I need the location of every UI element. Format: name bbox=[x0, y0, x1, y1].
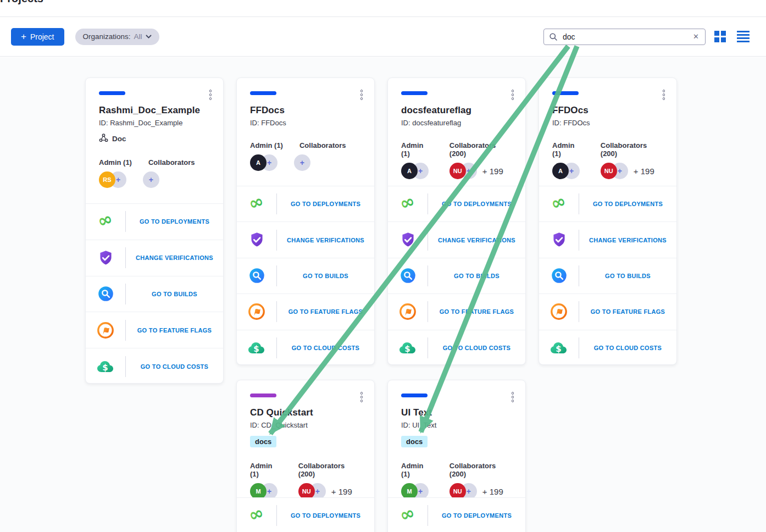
avatar[interactable]: NU bbox=[298, 483, 315, 497]
plus-icon: + bbox=[21, 32, 26, 41]
collaborator-avatars: NU++ 199 bbox=[449, 163, 512, 179]
accent-bar bbox=[250, 91, 276, 95]
avatar[interactable]: A bbox=[250, 154, 267, 171]
verifications-icon bbox=[539, 231, 579, 249]
collaborators-column: Collaborators+ bbox=[148, 158, 195, 188]
go-to-feature-flags-link[interactable]: GO TO FEATURE FLAGS bbox=[277, 308, 374, 315]
go-to-cloud-costs-link[interactable]: GO TO CLOUD COSTS bbox=[126, 363, 223, 370]
project-title: UI Text bbox=[401, 407, 512, 418]
organizations-filter-dropdown[interactable]: Organizations: All bbox=[75, 29, 159, 45]
new-project-button[interactable]: + Project bbox=[11, 28, 64, 46]
avatar[interactable]: A bbox=[401, 163, 418, 179]
change-verifications-link[interactable]: CHANGE VERIFICATIONS bbox=[579, 237, 676, 243]
accent-bar bbox=[401, 394, 428, 397]
go-to-deployments-link[interactable]: GO TO DEPLOYMENTS bbox=[277, 201, 374, 207]
avatar[interactable]: NU bbox=[449, 483, 466, 497]
page-title: Projects bbox=[0, 0, 766, 5]
builds-icon bbox=[388, 267, 428, 285]
change-verifications-link[interactable]: CHANGE VERIFICATIONS bbox=[428, 237, 525, 243]
go-to-builds-link[interactable]: GO TO BUILDS bbox=[126, 291, 223, 297]
project-id: ID: UI_Text bbox=[401, 421, 512, 429]
change-verifications-link[interactable]: CHANGE VERIFICATIONS bbox=[277, 237, 374, 243]
accent-bar bbox=[99, 91, 125, 95]
collaborators-label: Collaborators (200) bbox=[298, 462, 361, 478]
project-tags: docs bbox=[250, 436, 361, 447]
collaborator-avatars: + bbox=[148, 171, 195, 188]
search-input[interactable] bbox=[562, 32, 688, 42]
verifications-icon bbox=[237, 231, 276, 249]
project-title: FFDOcs bbox=[552, 105, 663, 116]
admin-column: Admin (1)A+ bbox=[401, 141, 433, 179]
go-to-feature-flags-link[interactable]: GO TO FEATURE FLAGS bbox=[428, 308, 525, 315]
kebab-menu-icon[interactable] bbox=[510, 88, 516, 102]
avatar[interactable]: M bbox=[250, 483, 267, 497]
admin-column: Admin (1)M+ bbox=[250, 462, 282, 497]
project-card[interactable]: CD QuickstartID: CD_QuickstartdocsAdmin … bbox=[236, 380, 375, 532]
avatar[interactable]: NU bbox=[601, 163, 617, 179]
avatar[interactable]: NU bbox=[449, 163, 466, 179]
kebab-menu-icon[interactable] bbox=[661, 88, 667, 102]
project-id: ID: FFDocs bbox=[250, 119, 361, 127]
project-card-header: CD QuickstartID: CD_QuickstartdocsAdmin … bbox=[237, 380, 374, 497]
svg-text:∞: ∞ bbox=[247, 194, 267, 214]
collaborators-label: Collaborators bbox=[148, 158, 195, 167]
go-to-feature-flags-link[interactable]: GO TO FEATURE FLAGS bbox=[126, 327, 223, 334]
go-to-cloud-costs-link[interactable]: GO TO CLOUD COSTS bbox=[277, 345, 374, 351]
project-card[interactable]: FFDOcsID: FFDOcsAdmin (1)A+Collaborators… bbox=[539, 77, 677, 365]
add-member-button[interactable]: + bbox=[294, 154, 310, 171]
go-to-builds-link[interactable]: GO TO BUILDS bbox=[428, 273, 525, 279]
project-card[interactable]: UI TextID: UI_TextdocsAdmin (1)M+Collabo… bbox=[387, 380, 526, 532]
admin-column: Admin (1)M+ bbox=[401, 462, 433, 497]
go-to-cloud-costs-link[interactable]: GO TO CLOUD COSTS bbox=[428, 345, 525, 351]
cloud-costs-icon: $ bbox=[388, 338, 428, 358]
add-member-button[interactable]: + bbox=[143, 171, 159, 188]
avatar[interactable]: A bbox=[552, 163, 569, 179]
go-to-deployments-link[interactable]: GO TO DEPLOYMENTS bbox=[428, 512, 525, 519]
go-to-builds-link[interactable]: GO TO BUILDS bbox=[579, 273, 676, 279]
deployments-icon: ∞ bbox=[388, 506, 428, 525]
go-to-deployments-link[interactable]: GO TO DEPLOYMENTS bbox=[126, 218, 223, 225]
svg-text:$: $ bbox=[253, 343, 259, 353]
feature-flags-icon bbox=[388, 302, 428, 321]
verifications-icon bbox=[86, 249, 125, 267]
go-to-feature-flags-link[interactable]: GO TO FEATURE FLAGS bbox=[579, 308, 676, 315]
svg-text:∞: ∞ bbox=[96, 212, 115, 231]
change-verifications-link[interactable]: CHANGE VERIFICATIONS bbox=[126, 254, 223, 261]
list-view-icon[interactable] bbox=[737, 31, 750, 43]
project-card[interactable]: Rashmi_Doc_ExampleID: Rashmi_Doc_Example… bbox=[85, 77, 224, 384]
avatar[interactable]: M bbox=[401, 483, 418, 497]
clear-search-icon[interactable]: ✕ bbox=[692, 32, 700, 41]
project-id: ID: docsfeatureflag bbox=[401, 119, 512, 127]
card-action-row: CHANGE VERIFICATIONS bbox=[539, 221, 676, 257]
project-card-header: docsfeatureflagID: docsfeatureflagAdmin … bbox=[388, 78, 525, 186]
collaborators-label: Collaborators (200) bbox=[601, 141, 663, 158]
svg-text:∞: ∞ bbox=[398, 194, 418, 214]
project-card[interactable]: docsfeatureflagID: docsfeatureflagAdmin … bbox=[387, 77, 526, 365]
projects-grid: Rashmi_Doc_ExampleID: Rashmi_Doc_Example… bbox=[0, 57, 766, 532]
kebab-menu-icon[interactable] bbox=[359, 390, 365, 404]
admin-column: Admin (1)RS+ bbox=[99, 158, 132, 188]
card-action-row: ∞GO TO DEPLOYMENTS bbox=[388, 186, 525, 221]
go-to-cloud-costs-link[interactable]: GO TO CLOUD COSTS bbox=[579, 345, 676, 351]
project-card[interactable]: FFDocsID: FFDocsAdmin (1)A+Collaborators… bbox=[236, 77, 375, 365]
kebab-menu-icon[interactable] bbox=[208, 88, 214, 102]
org-icon bbox=[99, 134, 108, 144]
search-box: ✕ bbox=[543, 29, 706, 45]
admin-avatars: A+ bbox=[401, 163, 433, 179]
go-to-deployments-link[interactable]: GO TO DEPLOYMENTS bbox=[579, 201, 676, 207]
deployments-icon: ∞ bbox=[237, 194, 276, 214]
card-action-row: ∞GO TO DEPLOYMENTS bbox=[86, 203, 223, 240]
kebab-menu-icon[interactable] bbox=[359, 88, 365, 102]
members-row: Admin (1)A+Collaborators (200)NU++ 199 bbox=[552, 141, 663, 179]
admin-column: Admin (1)A+ bbox=[552, 141, 584, 179]
kebab-menu-icon[interactable] bbox=[510, 390, 516, 404]
project-card-header: UI TextID: UI_TextdocsAdmin (1)M+Collabo… bbox=[388, 380, 525, 497]
go-to-deployments-link[interactable]: GO TO DEPLOYMENTS bbox=[428, 201, 525, 207]
go-to-deployments-link[interactable]: GO TO DEPLOYMENTS bbox=[277, 512, 374, 519]
project-tags: docs bbox=[401, 436, 512, 447]
avatar[interactable]: RS bbox=[99, 171, 115, 188]
admin-label: Admin (1) bbox=[99, 158, 132, 167]
feature-flags-icon bbox=[539, 302, 579, 321]
grid-view-icon[interactable] bbox=[714, 31, 726, 42]
go-to-builds-link[interactable]: GO TO BUILDS bbox=[277, 273, 374, 279]
